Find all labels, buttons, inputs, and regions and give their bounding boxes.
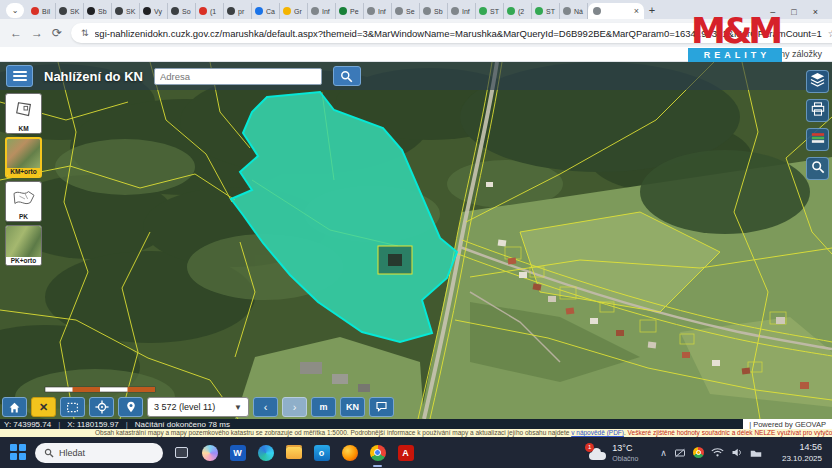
notice-warning: Veškeré zjištěné hodnoty souřadnic a dél…	[628, 429, 832, 436]
browser-tab[interactable]: Sb	[420, 3, 448, 19]
new-tab-button[interactable]: +	[644, 2, 660, 18]
touchpad-icon[interactable]	[750, 448, 762, 458]
tab-label: Bíl	[42, 8, 50, 15]
browser-tab[interactable]: Inf	[308, 3, 336, 19]
pkorto-thumbnail-icon	[6, 226, 41, 257]
aerial-map-image[interactable]	[0, 62, 832, 419]
taskbar-app-word[interactable]: W	[227, 442, 248, 463]
browser-tab[interactable]: pr	[224, 3, 252, 19]
hamburger-menu-icon[interactable]	[6, 65, 33, 87]
print-tool-button[interactable]	[806, 99, 829, 122]
layer-button-km[interactable]: KM	[5, 93, 42, 134]
browser-tab[interactable]: Gr	[280, 3, 308, 19]
scale-level-dropdown[interactable]: 3 572 (level 11) ▼	[147, 397, 249, 417]
taskbar-app-edge[interactable]	[255, 442, 276, 463]
comment-bubble-button[interactable]	[369, 397, 394, 417]
notification-badge: 1	[585, 443, 594, 452]
browser-tab[interactable]: ST	[532, 3, 560, 19]
browser-tab[interactable]: Inf	[364, 3, 392, 19]
taskbar-app-firefox[interactable]	[339, 442, 360, 463]
layers-icon	[810, 72, 825, 91]
browser-update-tray-icon[interactable]	[693, 447, 704, 458]
browser-tab[interactable]: Ca	[252, 3, 280, 19]
scale-level-value: 3 572 (level 11)	[154, 402, 215, 412]
browser-tab[interactable]: Vy	[140, 3, 168, 19]
browser-tab[interactable]: Pe	[336, 3, 364, 19]
wifi-icon[interactable]	[711, 447, 724, 458]
legend-icon	[811, 131, 825, 149]
tab-favicon	[59, 7, 67, 15]
taskbar-clock[interactable]: 14:56 23.10.2025	[782, 443, 822, 463]
map-header-bar: Nahlížení do KN	[0, 62, 832, 90]
weather-widget[interactable]: 1 13°C Oblačno	[589, 444, 638, 462]
active-browser-tab[interactable]: ×	[588, 3, 644, 19]
tab-label: SK	[126, 8, 135, 15]
back-icon[interactable]: ←	[10, 26, 22, 40]
notifications-off-icon[interactable]	[674, 447, 686, 459]
center-target-button[interactable]	[89, 397, 114, 417]
volume-icon[interactable]	[731, 447, 743, 458]
kn-info-button[interactable]: KN	[340, 397, 365, 417]
browser-tab[interactable]: Sb	[84, 3, 112, 19]
home-button[interactable]	[2, 397, 27, 417]
browser-tab[interactable]: SK	[56, 3, 84, 19]
search-button[interactable]	[333, 66, 361, 86]
zoom-tool-button[interactable]	[806, 157, 829, 180]
tab-search-chevron-icon[interactable]: ⌄	[6, 3, 24, 18]
close-query-button[interactable]: ✕	[31, 397, 56, 417]
layer-button-km-orto[interactable]: KM+orto	[5, 137, 42, 178]
search-icon	[44, 448, 54, 458]
layer-button-label: PK	[6, 213, 41, 221]
start-button[interactable]	[10, 444, 27, 461]
window-close-button[interactable]: ×	[813, 7, 818, 17]
location-pin-button[interactable]	[118, 397, 143, 417]
tab-label: Inf	[462, 8, 470, 15]
tab-label: SK	[70, 8, 79, 15]
tab-favicon	[171, 7, 179, 15]
tab-label: Ca	[266, 8, 275, 15]
browser-tab[interactable]: Inf	[448, 3, 476, 19]
help-pdf-link[interactable]: v nápovědě (PDF)	[571, 429, 624, 436]
browser-tab[interactable]: (2	[504, 3, 532, 19]
browser-tab[interactable]: (1	[196, 3, 224, 19]
window-maximize-button[interactable]: □	[791, 7, 796, 17]
map-viewport[interactable]: Nahlížení do KN KMKM+ortoPKPK+orto ✕	[0, 62, 832, 419]
tray-expand-chevron-icon[interactable]: ∧	[660, 448, 667, 458]
legend-tool-button[interactable]	[806, 128, 829, 151]
tab-close-icon[interactable]: ×	[634, 6, 639, 16]
forward-icon[interactable]: →	[31, 26, 43, 40]
task-view-icon	[175, 447, 188, 458]
taskbar-search[interactable]: Hledat	[35, 443, 163, 463]
taskbar-app-outlook[interactable]: o	[311, 442, 332, 463]
history-back-button[interactable]: ‹	[253, 397, 278, 417]
rect-select-button[interactable]	[60, 397, 85, 417]
taskbar-app-copilot[interactable]	[199, 442, 220, 463]
tab-favicon	[563, 7, 571, 15]
clock-date: 23.10.2025	[782, 455, 822, 463]
browser-tab[interactable]: Bíl	[28, 3, 56, 19]
browser-tab[interactable]: So	[168, 3, 196, 19]
windows-taskbar: Hledat WoA 1 13°C Oblačno ∧	[0, 437, 832, 468]
address-search-input[interactable]	[154, 68, 322, 85]
bookmark-star-icon[interactable]: ☆	[828, 28, 832, 39]
browser-tab[interactable]: Ná	[560, 3, 588, 19]
browser-tab[interactable]: SK	[112, 3, 140, 19]
taskbar-app-acrobat[interactable]: A	[395, 442, 416, 463]
crosshair-icon	[95, 400, 109, 414]
system-tray: ∧	[660, 447, 762, 459]
taskbar-app-chrome[interactable]	[367, 442, 388, 463]
layer-button-pk-orto[interactable]: PK+orto	[5, 225, 42, 266]
tab-favicon	[227, 7, 235, 15]
history-forward-button[interactable]: ›	[282, 397, 307, 417]
tab-favicon	[593, 7, 601, 15]
measure-button[interactable]: m	[311, 397, 336, 417]
reload-icon[interactable]: ⟳	[52, 26, 62, 40]
site-info-icon[interactable]: ⇅	[81, 28, 89, 38]
layer-button-pk[interactable]: PK	[5, 181, 42, 222]
print-icon	[811, 102, 825, 120]
taskbar-app-task-view[interactable]	[171, 442, 192, 463]
taskbar-app-explorer[interactable]	[283, 442, 304, 463]
browser-tab[interactable]: Se	[392, 3, 420, 19]
browser-tab[interactable]: ST	[476, 3, 504, 19]
layers-tool-button[interactable]	[806, 70, 829, 93]
